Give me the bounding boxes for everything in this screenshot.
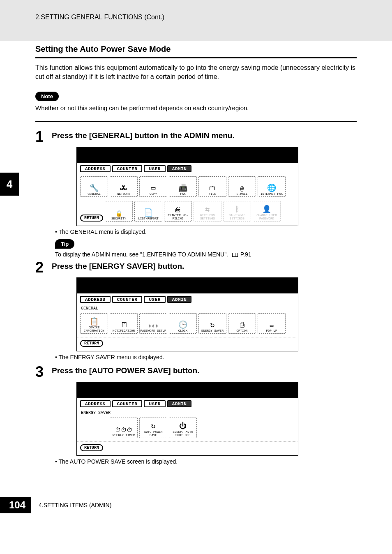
breadcrumb-general: GENERAL	[77, 305, 298, 312]
section-intro: This function allows this equipment auto…	[35, 63, 357, 81]
step-1-result: The GENERAL menu is displayed.	[55, 229, 357, 235]
power-icon: ⏻	[179, 422, 187, 430]
step-number: 1	[35, 129, 52, 144]
step-number: 2	[35, 260, 52, 275]
step-number: 3	[35, 365, 52, 379]
step-3-title: Press the [AUTO POWER SAVE] button.	[52, 365, 357, 376]
page-header: 2.SETTING GENERAL FUNCTIONS (Cont.)	[0, 0, 392, 41]
screenshot-admin-menu: ADDRESS COUNTER USER ADMIN 🔧GENERAL 🖧NET…	[76, 147, 298, 226]
btn-email[interactable]: @E-MAIL	[228, 176, 256, 197]
btn-sleep-auto-shut-off[interactable]: ⏻SLEEP/ AUTO SHUT OFF	[169, 418, 197, 438]
step-3-result: The AUTO POWER SAVE screen is displayed.	[55, 458, 357, 465]
tab-admin[interactable]: ADMIN	[167, 296, 192, 303]
option-icon: ⎙	[240, 321, 244, 329]
btn-list-report[interactable]: 📄LIST/REPORT	[134, 201, 162, 222]
btn-weekly-timer[interactable]: ⏱⏱⏱WEEKLY TIMER	[110, 418, 138, 438]
screenshot-general-menu: ADDRESS COUNTER USER ADMIN GENERAL 📋DEVI…	[76, 277, 298, 351]
step-2-title: Press the [ENERGY SAVER] button.	[52, 260, 357, 271]
btn-printer-efiling[interactable]: 🖨PRINTER /E-FILING	[164, 201, 192, 222]
btn-popup[interactable]: ▭POP-UP	[258, 313, 286, 334]
separator-rule	[35, 121, 357, 122]
return-button[interactable]: RETURN	[80, 215, 103, 222]
btn-fax[interactable]: 📠FAX	[169, 176, 197, 197]
email-icon: @	[240, 186, 244, 192]
tab-user[interactable]: USER	[144, 296, 165, 303]
notification-icon: 🖥	[120, 321, 127, 329]
note-label: Note	[35, 92, 59, 101]
tab-admin[interactable]: ADMIN	[167, 400, 192, 407]
btn-wireless-settings: ⇆WIRELESS SETTINGS	[194, 201, 221, 222]
screenshot-energy-saver-menu: ADDRESS COUNTER USER ADMIN ENERGY SAVER …	[76, 382, 298, 456]
tab-counter[interactable]: COUNTER	[112, 400, 143, 407]
step-2-result: The ENERGY SAVER menu is displayed.	[55, 354, 357, 360]
tip-text: To display the ADMIN menu, see "1.ENTERI…	[55, 251, 357, 258]
globe-icon: 🌐	[267, 185, 276, 192]
timer-icon: ⏱⏱⏱	[115, 427, 132, 433]
tip-block: Tip To display the ADMIN menu, see "1.EN…	[55, 239, 357, 258]
tab-counter[interactable]: COUNTER	[112, 165, 143, 172]
title-rule	[35, 57, 357, 58]
return-button[interactable]: RETURN	[80, 444, 103, 451]
btn-clock[interactable]: 🕒CLOCK	[169, 313, 197, 334]
btn-network[interactable]: 🖧NETWORK	[110, 176, 138, 197]
fax-icon: 📠	[178, 185, 187, 192]
btn-file[interactable]: 🗀FILE	[198, 176, 226, 197]
network-icon: 🖧	[120, 185, 127, 192]
popup-icon: ▭	[270, 323, 273, 329]
footer-chapter: 4.SETTING ITEMS (ADMIN)	[39, 502, 111, 508]
report-icon: 📄	[144, 209, 153, 217]
tab-user[interactable]: USER	[144, 400, 165, 407]
tip-label: Tip	[55, 239, 74, 249]
tab-counter[interactable]: COUNTER	[112, 296, 143, 303]
note-block: Note Whether or not this setting can be …	[35, 92, 357, 111]
step-1: 1 Press the [GENERAL] button in the ADMI…	[35, 129, 357, 144]
tab-address[interactable]: ADDRESS	[80, 296, 111, 303]
btn-general[interactable]: 🔧GENERAL	[80, 176, 108, 197]
wifi-icon: ⇆	[205, 206, 210, 213]
tab-admin[interactable]: ADMIN	[167, 165, 192, 172]
printer-icon: 🖨	[174, 206, 182, 213]
folder-icon: 🗀	[209, 185, 216, 192]
power-save-icon: ↻	[151, 422, 156, 430]
step-3: 3 Press the [AUTO POWER SAVE] button.	[35, 365, 357, 379]
wrench-icon: 🔧	[90, 185, 99, 192]
copy-icon: ▭	[151, 185, 156, 192]
btn-option[interactable]: ⎙OPTION	[228, 313, 256, 334]
tab-address[interactable]: ADDRESS	[80, 165, 111, 172]
password-icon: ✳✳✳	[148, 323, 158, 329]
breadcrumb-energy-saver: ENERGY SAVER	[77, 410, 298, 416]
book-icon	[232, 253, 238, 257]
tab-user[interactable]: USER	[144, 165, 165, 172]
btn-internet-fax[interactable]: 🌐INTERNET FAX	[258, 176, 286, 197]
btn-notification[interactable]: 🖥NOTIFICATION	[110, 313, 138, 334]
pdf-lock-icon: 🔒	[115, 211, 122, 217]
tab-address[interactable]: ADDRESS	[80, 400, 111, 407]
btn-device-information[interactable]: 📋DEVICE INFORMATION	[80, 313, 108, 334]
note-text: Whether or not this setting can be perfo…	[35, 104, 357, 111]
step-1-title: Press the [GENERAL] button in the ADMIN …	[52, 129, 357, 141]
clock-icon: 🕒	[178, 321, 187, 329]
return-button[interactable]: RETURN	[80, 340, 103, 347]
chapter-side-tab: 4	[0, 173, 19, 196]
btn-password-setup[interactable]: ✳✳✳PASSWORD SETUP	[139, 313, 167, 334]
person-icon: 👤	[262, 206, 271, 213]
btn-change-user-password: 👤CHANGE USER PASSWORD	[253, 201, 281, 222]
btn-energy-saver[interactable]: ↻ENERGY SAVER	[198, 313, 226, 334]
btn-auto-power-save[interactable]: ↻AUTO POWER SAVE	[139, 418, 167, 438]
btn-bluetooth-settings: ᛒBluetooth SETTINGS	[223, 201, 251, 222]
page-number: 104	[0, 497, 31, 513]
btn-copy[interactable]: ▭COPY	[139, 176, 167, 197]
step-2: 2 Press the [ENERGY SAVER] button.	[35, 260, 357, 275]
refresh-icon: ↻	[210, 321, 215, 329]
device-icon: 📋	[90, 318, 99, 325]
section-title: Setting the Auto Power Save Mode	[35, 44, 357, 54]
bluetooth-icon: ᛒ	[235, 206, 240, 213]
btn-security[interactable]: 🔒SECURITY	[105, 201, 133, 222]
page-footer: 104 4.SETTING ITEMS (ADMIN)	[0, 485, 392, 521]
breadcrumb: 2.SETTING GENERAL FUNCTIONS (Cont.)	[0, 14, 392, 21]
